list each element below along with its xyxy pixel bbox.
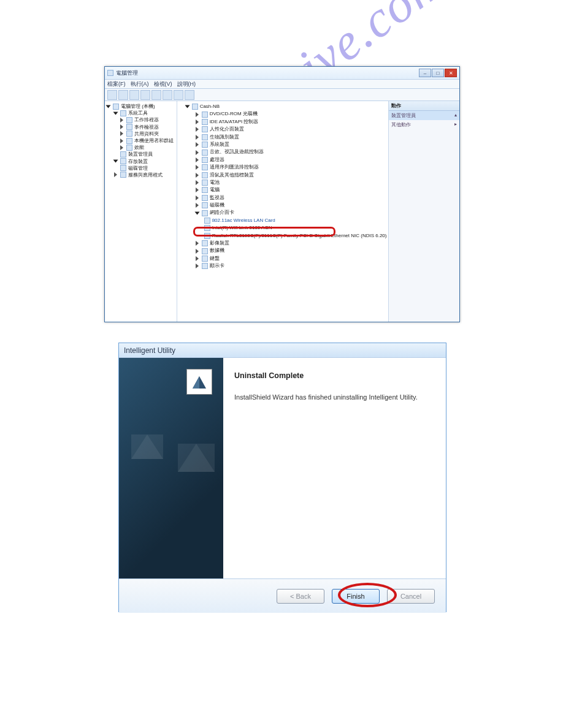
device-category[interactable]: 數據機: [210, 247, 224, 254]
storage-icon: [120, 158, 126, 164]
cancel-button[interactable]: Cancel: [387, 589, 435, 604]
dm-app-icon: [107, 70, 113, 76]
device-root[interactable]: Cash-NB: [200, 103, 220, 110]
computer-icon: [192, 104, 198, 110]
wizard-heading: Uninstall Complete: [234, 371, 435, 380]
battery-icon: [202, 180, 208, 186]
finish-button[interactable]: Finish: [332, 589, 380, 604]
menu-file[interactable]: 檔案(F): [107, 80, 126, 88]
display-icon: [202, 263, 208, 269]
device-category[interactable]: 處理器: [210, 156, 224, 164]
toolbar-icon[interactable]: [151, 90, 161, 100]
monitor-icon: [202, 195, 208, 201]
event-icon: [126, 124, 132, 130]
wizard-main: Uninstall Complete InstallShield Wizard …: [223, 358, 446, 578]
share-icon: [126, 131, 132, 137]
wizard-sidebar: [119, 358, 223, 578]
toolbar-icon[interactable]: [129, 90, 139, 100]
device-category[interactable]: IDE ATA/ATAPI 控制器: [210, 118, 259, 126]
tree-item[interactable]: 存放裝置: [128, 158, 148, 165]
menu-view[interactable]: 檢視(V): [154, 80, 172, 88]
audio-icon: [202, 150, 208, 156]
disk-icon: [202, 202, 208, 208]
device-category[interactable]: 影像裝置: [210, 240, 229, 247]
toolbar-icon[interactable]: [140, 90, 150, 100]
device-category[interactable]: 滑鼠及其他指標裝置: [210, 172, 254, 179]
tree-root[interactable]: 電腦管理 (本機): [121, 103, 155, 110]
wifi-icon: [204, 218, 210, 224]
wizard-footer: < Back Finish Cancel: [119, 578, 446, 613]
services-icon: [120, 172, 126, 178]
toolbar-icon[interactable]: [174, 90, 183, 100]
system-icon: [202, 142, 208, 148]
toolbar-icon[interactable]: [163, 90, 172, 100]
perf-icon: [126, 145, 132, 151]
window-title: 電腦管理: [116, 69, 419, 77]
tree-item[interactable]: 服務與應用程式: [128, 172, 163, 178]
device-category[interactable]: 顯示卡: [210, 262, 224, 270]
back-button[interactable]: < Back: [277, 589, 324, 604]
dm-titlebar[interactable]: 電腦管理 – □ ✕: [105, 67, 459, 79]
menu-action[interactable]: 執行(A): [131, 80, 149, 88]
installshield-logo-icon: [186, 369, 212, 395]
device-category[interactable]: 電池: [210, 179, 220, 186]
tree-item[interactable]: 本機使用者和群組: [134, 137, 174, 144]
network-icon: [202, 210, 208, 216]
tree-item[interactable]: 事件檢視器: [134, 124, 159, 131]
device-category-network[interactable]: 網路介面卡: [210, 209, 234, 216]
device-category[interactable]: 電腦: [210, 186, 220, 194]
tree-item[interactable]: 磁碟管理: [128, 165, 148, 172]
device-category[interactable]: 生物識別裝置: [210, 134, 239, 141]
device-category[interactable]: 監視器: [210, 194, 224, 202]
modem-icon: [202, 248, 208, 254]
tree-item[interactable]: 工作排程器: [134, 116, 159, 123]
hid-icon: [202, 126, 208, 132]
toolbar-icon[interactable]: [185, 90, 194, 100]
imaging-icon: [202, 240, 208, 246]
device-category[interactable]: DVD/CD-ROM 光碟機: [210, 110, 258, 118]
mouse-icon: [202, 172, 208, 178]
computer-icon: [202, 187, 208, 193]
device-category[interactable]: 磁碟機: [210, 202, 224, 209]
tree-item[interactable]: 效能: [134, 144, 144, 151]
tree-item-selected[interactable]: 裝置管理員: [128, 151, 153, 157]
tree-item[interactable]: 系統工具: [128, 110, 148, 116]
svg-marker-1: [193, 376, 199, 389]
nav-back-icon[interactable]: [107, 90, 117, 100]
mmc-nav-tree[interactable]: 電腦管理 (本機) 系統工具 工作排程器 事件檢視器 共用資料夾 本機使用者和群…: [105, 101, 177, 322]
device-category[interactable]: 音效、視訊及遊戲控制器: [210, 148, 264, 156]
wizard-body-text: InstallShield Wizard has finished uninst…: [234, 393, 435, 401]
device-tree[interactable]: Cash-NB DVD/CD-ROM 光碟機 IDE ATA/ATAPI 控制器…: [177, 101, 389, 322]
dialog-title: Intelligent Utility: [124, 346, 175, 355]
is-titlebar[interactable]: Intelligent Utility: [119, 343, 446, 358]
biometric-icon: [202, 134, 208, 140]
users-icon: [126, 138, 132, 144]
device-category[interactable]: 通用序列匯流排控制器: [210, 164, 259, 171]
cpu-icon: [202, 157, 208, 163]
toolbar: [105, 89, 459, 101]
minimize-button[interactable]: –: [419, 69, 431, 77]
nav-fwd-icon[interactable]: [118, 90, 128, 100]
tree-item[interactable]: 共用資料夾: [134, 131, 159, 137]
device-category[interactable]: 人性化介面裝置: [210, 126, 244, 133]
disk-icon: [120, 165, 126, 171]
device-wlan-card[interactable]: 802.11ac Wireless LAN Card: [212, 217, 275, 224]
computer-icon: [113, 104, 119, 110]
keyboard-icon: [202, 256, 208, 262]
actions-other[interactable]: 其他動作▸: [389, 120, 459, 129]
folder-icon: [120, 110, 126, 116]
installshield-dialog: Intelligent Utility Uninstall Complete I…: [118, 343, 446, 612]
device-category[interactable]: 鍵盤: [210, 255, 220, 262]
actions-header: 動作: [389, 101, 459, 111]
actions-selected[interactable]: 裝置管理員▴: [389, 111, 459, 120]
maximize-button[interactable]: □: [432, 69, 444, 77]
dvd-icon: [202, 112, 208, 118]
scheduler-icon: [126, 117, 132, 123]
device-manager-window: 電腦管理 – □ ✕ 檔案(F) 執行(A) 檢視(V) 說明(H) 電腦管理 …: [104, 66, 460, 322]
ide-icon: [202, 119, 208, 125]
red-highlight-box: [193, 227, 335, 237]
actions-pane: 動作 裝置管理員▴ 其他動作▸: [388, 101, 459, 322]
menu-help[interactable]: 說明(H): [177, 80, 196, 88]
device-category[interactable]: 系統裝置: [210, 141, 229, 148]
close-button[interactable]: ✕: [445, 69, 457, 77]
